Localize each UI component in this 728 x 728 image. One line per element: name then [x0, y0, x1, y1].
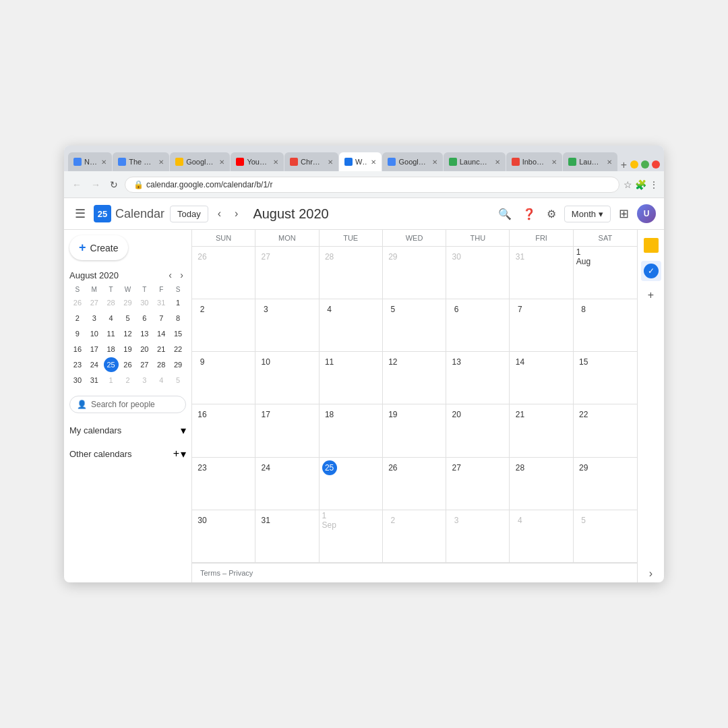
mini-day-1[interactable]: 1	[171, 295, 185, 310]
privacy-link[interactable]: Privacy	[229, 569, 253, 577]
date-sep-4[interactable]: 4	[512, 513, 527, 528]
cell-jul-30[interactable]: 30	[446, 247, 510, 299]
cell-aug-30[interactable]: 30	[192, 510, 255, 563]
tab-launchpr1[interactable]: Launch Pr... ✕	[444, 152, 506, 171]
cell-aug-25[interactable]: 25	[320, 458, 383, 510]
cell-aug-3[interactable]: 3	[255, 299, 319, 352]
date-jul-29[interactable]: 29	[386, 249, 400, 264]
mini-day-26[interactable]: 26	[120, 357, 135, 372]
mini-day-30[interactable]: 30	[70, 373, 85, 388]
tab-news[interactable]: News ✕	[68, 152, 112, 171]
url-bar[interactable]: 🔒 calendar.google.com/calendar/b/1/r	[125, 177, 619, 193]
mini-day-21[interactable]: 21	[154, 342, 169, 357]
extensions-button[interactable]: 🧩	[635, 179, 646, 190]
date-aug-23[interactable]: 23	[195, 460, 210, 475]
cell-aug-9[interactable]: 9	[192, 352, 255, 404]
mini-day-26-jul[interactable]: 26	[70, 295, 85, 310]
cell-aug-17[interactable]: 17	[255, 404, 319, 457]
date-aug-29[interactable]: 29	[576, 460, 591, 475]
cell-aug-18[interactable]: 18	[320, 404, 383, 457]
date-aug-10[interactable]: 10	[258, 355, 273, 369]
date-sep-5[interactable]: 5	[576, 513, 591, 528]
cell-aug-2[interactable]: 2	[192, 299, 255, 352]
mini-day-5-sep[interactable]: 5	[171, 373, 185, 388]
date-aug-17[interactable]: 17	[258, 407, 273, 422]
date-aug-28[interactable]: 28	[512, 460, 527, 475]
cell-aug-20[interactable]: 20	[446, 404, 510, 457]
date-aug-31[interactable]: 31	[258, 513, 273, 528]
mini-day-14[interactable]: 14	[154, 326, 169, 341]
sticky-notes-button[interactable]	[641, 235, 661, 255]
date-aug-26[interactable]: 26	[386, 460, 400, 475]
date-jul-28[interactable]: 28	[322, 249, 337, 264]
date-aug-24[interactable]: 24	[258, 460, 273, 475]
hamburger-menu-button[interactable]: ☰	[72, 204, 88, 224]
expand-panel-button[interactable]: ›	[646, 565, 655, 582]
cell-jul-31[interactable]: 31	[510, 247, 573, 299]
mini-day-3-sep[interactable]: 3	[137, 373, 152, 388]
cell-aug-7[interactable]: 7	[510, 299, 573, 352]
date-aug-7[interactable]: 7	[512, 302, 527, 317]
date-aug-1[interactable]: 1 Aug	[576, 249, 591, 264]
mini-day-7[interactable]: 7	[154, 311, 169, 326]
mini-day-23[interactable]: 23	[70, 357, 85, 372]
tab-launchpr2[interactable]: Launch... ✕	[563, 152, 617, 171]
date-aug-27[interactable]: 27	[449, 460, 464, 475]
tab-close-thekeywords[interactable]: ✕	[158, 158, 164, 166]
avatar[interactable]: U	[637, 204, 656, 223]
mini-day-12[interactable]: 12	[120, 326, 135, 341]
mini-day-9[interactable]: 9	[70, 326, 85, 341]
date-aug-19[interactable]: 19	[386, 407, 400, 422]
menu-button[interactable]: ⋮	[649, 179, 659, 190]
mini-day-1-sep[interactable]: 1	[104, 373, 119, 388]
date-jul-31[interactable]: 31	[512, 249, 527, 264]
cell-aug-5[interactable]: 5	[383, 299, 446, 352]
today-button[interactable]: Today	[170, 206, 208, 222]
mini-day-13[interactable]: 13	[137, 326, 152, 341]
mini-day-19[interactable]: 19	[120, 342, 135, 357]
tab-thekeywords[interactable]: The Key... ✕	[113, 152, 169, 171]
cell-aug-31[interactable]: 31	[255, 510, 319, 563]
mini-day-27-jul[interactable]: 27	[87, 295, 102, 310]
help-button[interactable]: ❓	[520, 205, 539, 223]
mini-day-2-sep[interactable]: 2	[120, 373, 135, 388]
tab-close-launchpr2[interactable]: ✕	[607, 158, 612, 166]
date-aug-16[interactable]: 16	[195, 407, 210, 422]
tab-close-googlecal[interactable]: ✕	[432, 158, 437, 166]
date-aug-21[interactable]: 21	[512, 407, 527, 422]
search-people[interactable]: 👤 Search for people	[69, 396, 186, 413]
tasks-button[interactable]: ✓	[641, 261, 661, 281]
maximize-button[interactable]	[641, 160, 649, 169]
date-aug-25-today[interactable]: 25	[322, 460, 337, 475]
date-aug-8[interactable]: 8	[576, 302, 591, 317]
date-aug-11[interactable]: 11	[322, 355, 337, 369]
tab-close-youtube[interactable]: ✕	[273, 158, 278, 166]
cell-aug-1[interactable]: 1 Aug	[574, 247, 637, 299]
mini-day-17[interactable]: 17	[87, 342, 102, 357]
terms-link[interactable]: Terms	[200, 569, 220, 577]
back-button[interactable]: ←	[69, 178, 84, 191]
mini-prev-button[interactable]: ‹	[166, 268, 175, 282]
mini-day-24[interactable]: 24	[87, 357, 102, 372]
mini-day-11[interactable]: 11	[104, 326, 119, 341]
cell-aug-24[interactable]: 24	[255, 458, 319, 510]
reload-button[interactable]: ↻	[107, 178, 121, 191]
cell-aug-27[interactable]: 27	[446, 458, 510, 510]
settings-button[interactable]: ⚙	[544, 205, 559, 223]
my-calendars-header[interactable]: My calendars ▾	[69, 421, 186, 439]
prev-month-button[interactable]: ‹	[214, 206, 225, 221]
cell-aug-6[interactable]: 6	[446, 299, 510, 352]
mini-day-10[interactable]: 10	[87, 326, 102, 341]
cell-sep-2[interactable]: 2	[383, 510, 446, 563]
mini-day-25-today[interactable]: 25	[104, 357, 119, 372]
cell-aug-10[interactable]: 10	[255, 352, 319, 404]
other-calendars-header[interactable]: Other calendars + ▾	[69, 445, 186, 463]
cell-sep-4[interactable]: 4	[510, 510, 573, 563]
tab-close-news[interactable]: ✕	[101, 158, 107, 166]
mini-next-button[interactable]: ›	[177, 268, 186, 282]
date-aug-30[interactable]: 30	[195, 513, 210, 528]
mini-day-4[interactable]: 4	[104, 311, 119, 326]
date-aug-13[interactable]: 13	[449, 355, 464, 369]
cell-aug-4[interactable]: 4	[320, 299, 383, 352]
tab-close-inbox[interactable]: ✕	[551, 158, 557, 166]
